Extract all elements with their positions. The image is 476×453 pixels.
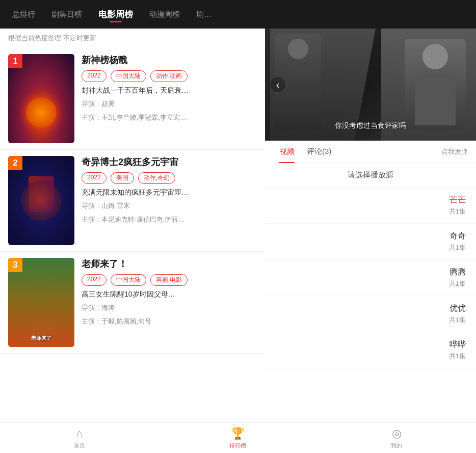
movie-title-2: 奇异博士2疯狂多元宇宙 <box>82 156 257 168</box>
source-item-4[interactable]: 哔哔 共1集 <box>265 332 476 368</box>
movie-desc-3: 高三女生陈醒10岁时因父母… <box>82 289 257 300</box>
source-item-1[interactable]: 奇奇 共1集 <box>265 224 476 260</box>
rank-badge-3: 3 <box>8 258 22 272</box>
subtitle-bar: 根据当前热度整理 不定时更新 <box>0 29 265 48</box>
tags-row-2: 2022 美国 动作,奇幻 <box>82 172 257 184</box>
movie-title-3: 老师来了！ <box>82 258 257 270</box>
tags-row-3: 2022 中国大陆 喜剧,电影 <box>82 274 257 286</box>
video-preview: 你没考虑过当食评家吗 ‹ <box>265 29 476 141</box>
source-episodes-2: 共1集 <box>449 279 466 288</box>
tab-video[interactable]: 视频 <box>273 141 301 163</box>
source-name-1: 奇奇 <box>449 231 466 242</box>
movie-item-3[interactable]: 3 老师来了 老师来了！ 2022 中国大陆 喜剧,电影 高三女生陈醒10岁时因… <box>0 252 265 354</box>
tag-genre-3: 喜剧,电影 <box>150 274 188 286</box>
movie-title-1: 新神榜杨戬 <box>82 54 257 66</box>
bottom-nav-ranking[interactable]: 🏆 排行榜 <box>158 427 317 449</box>
main-area: 根据当前热度整理 不定时更新 1 新神榜杨戬 2022 中国大陆 动作,动画 封… <box>0 29 476 422</box>
nav-item-drama-weekly[interactable]: 剧… <box>188 6 220 23</box>
nav-item-movie-weekly[interactable]: 电影周榜 <box>90 5 141 24</box>
movie-actors-2: 主演：本尼迪克特·康伯巴奇,伊丽… <box>82 215 257 225</box>
source-name-2: 腾腾 <box>449 267 466 278</box>
tabs-bar: 视频 评论(3) 点我发弹 <box>265 141 476 163</box>
tag-region-1: 中国大陆 <box>111 70 146 82</box>
source-item-0[interactable]: 芒芒 共1集 <box>265 188 476 224</box>
bottom-nav-home-label: 首页 <box>74 442 85 449</box>
movie-poster-2: 2 <box>8 156 74 245</box>
right-panel: 你没考虑过当食评家吗 ‹ 视频 评论(3) 点我发弹 请选择播放源 芒芒 共1集… <box>265 29 476 422</box>
tag-genre-2: 动作,奇幻 <box>138 172 175 184</box>
profile-icon: ◎ <box>392 427 402 440</box>
movie-info-2: 奇异博士2疯狂多元宇宙 2022 美国 动作,奇幻 充满无限未知的疯狂多元宇宙即… <box>74 156 257 245</box>
tags-row-1: 2022 中国大陆 动作,动画 <box>82 70 257 82</box>
rank-badge-1: 1 <box>8 54 22 68</box>
source-name-3: 优优 <box>449 303 466 314</box>
bottom-nav-ranking-label: 排行榜 <box>229 442 246 449</box>
source-episodes-0: 共1集 <box>449 207 466 216</box>
movie-desc-1: 封神大战一千五百年后，天庭衰… <box>82 85 257 96</box>
movie-desc-2: 充满无限未知的疯狂多元宇宙即… <box>82 187 257 198</box>
source-item-2[interactable]: 腾腾 共1集 <box>265 260 476 296</box>
movie-info-1: 新神榜杨戬 2022 中国大陆 动作,动画 封神大战一千五百年后，天庭衰… 导演… <box>74 54 257 143</box>
source-name-4: 哔哔 <box>449 339 466 350</box>
tag-region-2: 美国 <box>111 172 134 184</box>
tab-comments[interactable]: 评论(3) <box>301 141 337 163</box>
movie-actors-3: 主演：于毅,陈露茜,句号 <box>82 316 257 327</box>
movie-poster-3: 3 老师来了 <box>8 258 74 347</box>
nav-item-drama-daily[interactable]: 剧集日榜 <box>43 6 90 23</box>
movie-actors-1: 主演：王凯,李兰陵,季冠霖,李立宏… <box>82 113 257 123</box>
bottom-nav-profile[interactable]: ◎ 我的 <box>318 427 476 449</box>
video-scene: 你没考虑过当食评家吗 <box>265 29 476 141</box>
tag-year-3: 2022 <box>82 274 107 286</box>
rank-badge-2: 2 <box>8 156 22 170</box>
top-navigation: 总排行 剧集日榜 电影周榜 动漫周榜 剧… <box>0 0 476 29</box>
ranking-icon: 🏆 <box>231 427 245 440</box>
home-icon: ⌂ <box>76 427 83 440</box>
bottom-nav-profile-label: 我的 <box>391 442 402 449</box>
tag-year-2: 2022 <box>82 172 107 184</box>
tag-region-3: 中国大陆 <box>111 274 146 286</box>
source-header: 请选择播放源 <box>265 163 476 188</box>
nav-item-total[interactable]: 总排行 <box>4 6 43 23</box>
bottom-navigation: ⌂ 首页 🏆 排行榜 ◎ 我的 <box>0 422 476 453</box>
source-episodes-4: 共1集 <box>449 352 466 361</box>
nav-item-anime-weekly[interactable]: 动漫周榜 <box>141 6 188 23</box>
bottom-nav-home[interactable]: ⌂ 首页 <box>0 427 158 449</box>
tag-year-1: 2022 <box>82 70 107 82</box>
movie-item-2[interactable]: 2 奇异博士2疯狂多元宇宙 2022 美国 动作,奇幻 充满无限未知的疯狂多元宇… <box>0 150 265 252</box>
video-subtitle: 你没考虑过当食评家吗 <box>335 121 406 130</box>
source-name-0: 芒芒 <box>449 195 466 205</box>
movie-info-3: 老师来了！ 2022 中国大陆 喜剧,电影 高三女生陈醒10岁时因父母… 导演：… <box>74 258 257 347</box>
source-section: 请选择播放源 芒芒 共1集 奇奇 共1集 腾腾 共1集 优优 共1集 哔哔 共1… <box>265 163 476 422</box>
tag-genre-1: 动作,动画 <box>150 70 188 82</box>
danmu-button[interactable]: 点我发弹 <box>441 147 468 156</box>
movie-item-1[interactable]: 1 新神榜杨戬 2022 中国大陆 动作,动画 封神大战一千五百年后，天庭衰… … <box>0 48 265 150</box>
source-episodes-1: 共1集 <box>449 243 466 252</box>
source-episodes-3: 共1集 <box>449 315 466 325</box>
movie-poster-1: 1 <box>8 54 74 143</box>
source-item-3[interactable]: 优优 共1集 <box>265 296 476 332</box>
movie-director-1: 导演：赵霁 <box>82 99 257 110</box>
movie-director-2: 导演：山姆·雷米 <box>82 201 257 211</box>
left-panel: 根据当前热度整理 不定时更新 1 新神榜杨戬 2022 中国大陆 动作,动画 封… <box>0 29 265 422</box>
video-back-button[interactable]: ‹ <box>270 77 285 92</box>
movie-director-3: 导演：海涛 <box>82 303 257 313</box>
